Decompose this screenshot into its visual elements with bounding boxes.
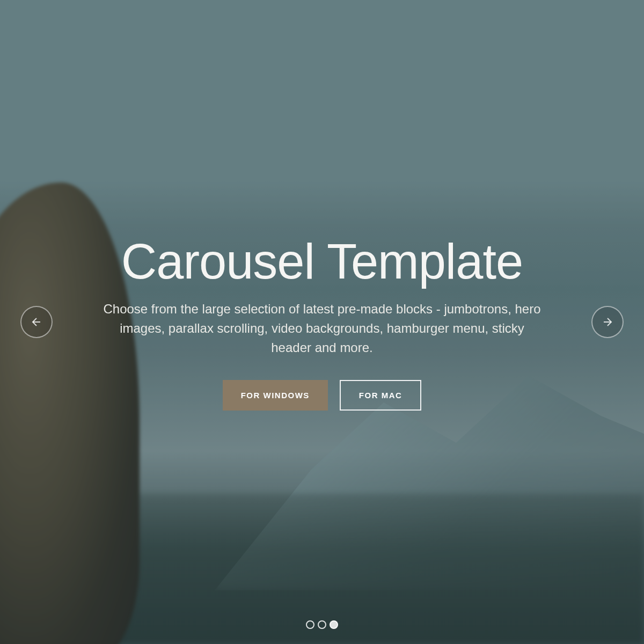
cta-button-group: FOR WINDOWS FOR MAC bbox=[102, 380, 542, 411]
arrow-left-icon bbox=[30, 316, 43, 328]
carousel-indicators bbox=[306, 620, 338, 629]
carousel-indicator-1[interactable] bbox=[318, 620, 326, 629]
for-mac-button[interactable]: FOR MAC bbox=[340, 380, 422, 411]
for-windows-button[interactable]: FOR WINDOWS bbox=[223, 380, 328, 411]
hero-content: Carousel Template Choose from the large … bbox=[80, 233, 564, 411]
arrow-right-icon bbox=[601, 316, 614, 328]
hero-title: Carousel Template bbox=[102, 233, 542, 290]
carousel-prev-button[interactable] bbox=[20, 306, 53, 338]
carousel-indicator-2[interactable] bbox=[330, 620, 338, 629]
carousel-indicator-0[interactable] bbox=[306, 620, 314, 629]
carousel-container: Carousel Template Choose from the large … bbox=[0, 0, 644, 644]
hero-subtitle: Choose from the large selection of lates… bbox=[102, 299, 542, 357]
carousel-next-button[interactable] bbox=[591, 306, 624, 338]
